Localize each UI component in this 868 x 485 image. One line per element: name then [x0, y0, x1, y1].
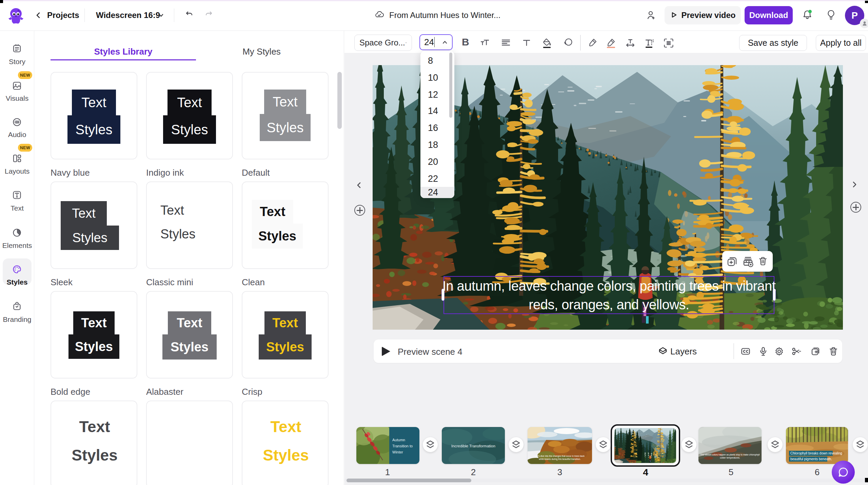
svg-text:The vibrant colors happen as p: The vibrant colors happen as plants stop…	[701, 453, 760, 456]
svg-text:Chlorophyll breaks down reveal: Chlorophyll breaks down revealing	[790, 451, 842, 455]
svg-text:colder temperatures.: colder temperatures.	[720, 457, 740, 459]
svg-text:beautiful pigments beneath.: beautiful pigments beneath.	[790, 457, 832, 461]
svg-text:Transition to: Transition to	[392, 444, 413, 448]
svg-text:Incredible Transformation: Incredible Transformation	[451, 444, 495, 448]
svg-text:Autumn: Autumn	[392, 438, 405, 442]
svg-text:Let’s dive into the changes th: Let’s dive into the changes that occur i…	[535, 455, 585, 458]
svg-text:while leaves during this beaut: while leaves during this beautiful trans…	[538, 458, 581, 461]
svg-text:Winter: Winter	[392, 450, 403, 454]
